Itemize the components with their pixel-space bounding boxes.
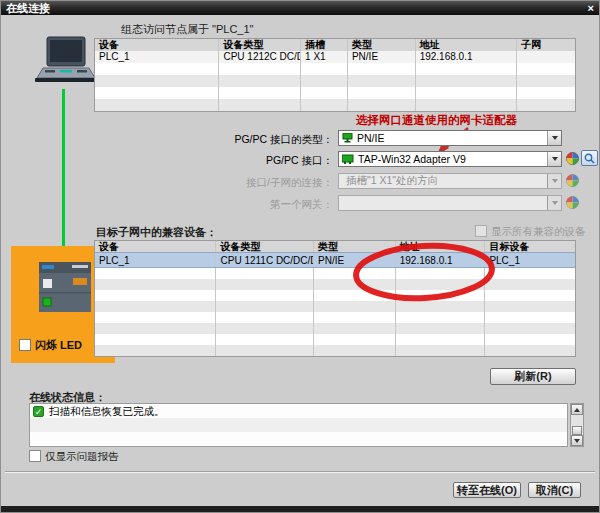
chevron-down-icon[interactable] — [547, 152, 561, 166]
only-problems-checkbox[interactable] — [29, 450, 41, 462]
column-header: 设备类型 — [216, 241, 314, 252]
chevron-down-icon[interactable] — [547, 131, 561, 145]
diagnostics-shield-icon — [566, 174, 579, 187]
chevron-down-icon — [547, 174, 561, 188]
pgpc-type-select[interactable]: PN/IE — [338, 130, 562, 146]
first-gateway-select — [338, 195, 562, 211]
title-bar: 在线连接 × — [1, 1, 599, 15]
success-check-icon: ✓ — [33, 406, 44, 417]
compatible-devices-table: 设备 设备类型 类型 地址 目标设备 PLC_1 CPU 1211C DC/DC… — [94, 240, 576, 357]
subnet-connection-label: 接口/子网的连接： — [81, 176, 333, 190]
access-nodes-table: 设备 设备类型 插槽 类型 地址 子网 PLC_1 CPU 1212C DC/D… — [94, 38, 576, 112]
pnie-icon — [342, 133, 353, 143]
status-row-empty — [30, 418, 567, 432]
table-row-empty — [95, 268, 575, 279]
table-row[interactable]: PLC_1 CPU 1212C DC/D... 1 X1 PN/IE 192.1… — [95, 51, 575, 63]
table-row-empty — [95, 301, 575, 312]
flash-led-checkbox[interactable] — [19, 339, 31, 351]
pgpc-interface-select[interactable]: TAP-Win32 Adapter V9 — [338, 151, 562, 167]
plc-device-image — [39, 262, 91, 312]
status-row-empty — [30, 432, 567, 446]
highlight-ellipse — [349, 241, 499, 305]
pgpc-interface-label: PG/PC 接口： — [81, 154, 333, 168]
column-header: 设备 — [95, 241, 216, 252]
adapter-icon — [342, 154, 354, 164]
column-header: 地址 — [416, 39, 518, 51]
magnifier-icon — [584, 153, 595, 164]
refresh-button[interactable]: 刷新(R) — [490, 368, 576, 385]
pgpc-type-label: PG/PC 接口的类型： — [81, 133, 333, 147]
diagnostics-shield-icon — [566, 196, 579, 209]
table-row-empty — [95, 323, 575, 334]
column-header: 设备 — [95, 39, 219, 51]
column-header: 插槽 — [301, 39, 348, 51]
dialog-bottom-edge — [1, 506, 599, 512]
laptop-icon — [33, 35, 97, 91]
flash-led-label: 闪烁 LED — [35, 339, 82, 351]
table-row-empty — [95, 99, 575, 111]
close-icon[interactable]: × — [588, 1, 594, 15]
show-all-devices-checkbox — [475, 225, 487, 237]
online-connection-dialog: 在线连接 × 组态访问节点属于 "PLC_1" — [0, 0, 600, 513]
cancel-button[interactable]: 取消(C) — [528, 482, 581, 498]
status-message-list: ✓ 扫描和信息恢复已完成。 — [29, 403, 568, 447]
subnet-connection-select: 插槽"1 X1"处的方向 — [338, 173, 562, 189]
only-problems-label: 仅显示问题报告 — [45, 450, 119, 462]
scroll-down-icon[interactable] — [571, 435, 583, 446]
scroll-up-icon[interactable] — [571, 404, 583, 415]
status-scrollbar[interactable] — [570, 403, 584, 447]
only-problems-control: 仅显示问题报告 — [29, 450, 119, 464]
table-row-empty — [95, 334, 575, 345]
table-row-empty — [95, 312, 575, 323]
table-header-row: 设备 设备类型 类型 地址 目标设备 — [95, 241, 575, 252]
show-all-devices-control: 显示所有兼容的设备 — [475, 225, 586, 239]
chevron-down-icon — [547, 196, 561, 210]
column-header: 类型 — [348, 39, 416, 51]
table-header-row: 设备 设备类型 插槽 类型 地址 子网 — [95, 39, 575, 51]
table-row-empty — [95, 279, 575, 290]
connection-line — [62, 89, 65, 269]
table-row-empty — [95, 345, 575, 356]
footer-separator — [5, 471, 595, 473]
show-all-devices-label: 显示所有兼容的设备 — [491, 225, 586, 237]
search-adapter-button[interactable] — [581, 150, 598, 166]
diagnostics-shield-icon[interactable] — [566, 152, 579, 165]
compatible-devices-label: 目标子网中的兼容设备： — [96, 225, 217, 240]
table-row-empty — [95, 290, 575, 301]
first-gateway-label: 第一个网关： — [81, 198, 333, 212]
go-online-button[interactable]: 转至在线(O) — [453, 482, 521, 498]
dialog-title: 在线连接 — [6, 1, 50, 15]
column-header: 设备类型 — [219, 39, 301, 51]
status-message-row: ✓ 扫描和信息恢复已完成。 — [30, 404, 567, 418]
table-row-selected[interactable]: PLC_1 CPU 1211C DC/DC/DC PN/IE 192.168.0… — [95, 252, 575, 268]
status-message: 扫描和信息恢复已完成。 — [49, 404, 165, 418]
table-row-empty — [95, 63, 575, 75]
flash-led-control: 闪烁 LED — [19, 338, 82, 353]
table-row-empty — [95, 87, 575, 99]
column-header: 子网 — [517, 39, 575, 51]
scrollbar-thumb[interactable] — [572, 426, 582, 435]
access-node-label: 组态访问节点属于 "PLC_1" — [121, 22, 254, 37]
table-row-empty — [95, 75, 575, 87]
